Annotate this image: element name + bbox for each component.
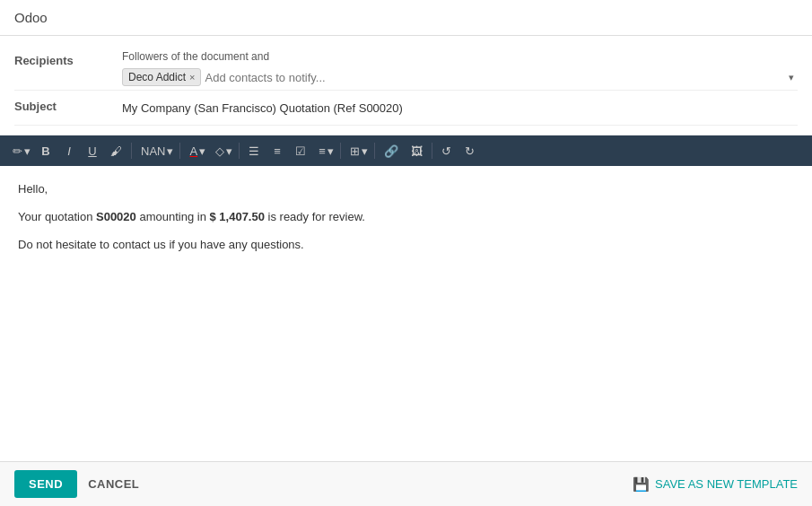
image-icon: 🖼	[411, 144, 423, 158]
link-button[interactable]: 🔗	[379, 139, 404, 162]
editor-body[interactable]: Hello, Your quotation S00020 amounting i…	[0, 166, 812, 435]
underline-icon: U	[88, 144, 96, 158]
table-icon: ⊞	[350, 144, 360, 158]
editor-line-3: Do not hesitate to contact us if you hav…	[18, 236, 794, 255]
italic-icon: I	[67, 144, 71, 158]
highlight-icon: ◇	[215, 144, 224, 158]
recipients-dropdown-icon[interactable]: ▾	[785, 72, 798, 83]
pencil-icon: ✏	[13, 144, 22, 158]
image-button[interactable]: 🖼	[406, 139, 428, 162]
recipients-input-row: Deco Addict × ▾	[122, 68, 798, 86]
ul-icon: ☰	[249, 144, 259, 158]
tag-close-icon[interactable]: ×	[189, 72, 195, 83]
font-color-button[interactable]: A ▾	[184, 139, 208, 162]
font-label: NAN	[141, 144, 165, 158]
undo-icon: ↺	[441, 144, 451, 158]
link-icon: 🔗	[384, 144, 398, 158]
subject-label: Subject	[14, 94, 122, 113]
underline-button[interactable]: U	[82, 139, 103, 162]
toolbar-sep-5	[374, 143, 375, 159]
style-dropdown-arrow: ▾	[24, 144, 31, 158]
save-label: SAVE AS NEW TEMPLATE	[655, 477, 798, 491]
check-icon: ☑	[295, 144, 306, 158]
ol-button[interactable]: ≡	[266, 139, 288, 162]
highlight-button[interactable]: ◇ ▾	[210, 139, 235, 162]
subject-field	[122, 94, 798, 121]
table-arrow: ▾	[362, 144, 368, 158]
undo-button[interactable]: ↺	[436, 139, 458, 162]
align-button[interactable]: ≡ ▾	[313, 139, 336, 162]
recipients-row: Recipients Followers of the document and…	[14, 45, 798, 91]
toolbar-sep-2	[179, 143, 180, 159]
editor-toolbar: ✏ ▾ B I U 🖌 NAN ▾ A ▾ ◇ ▾ ☰ ≡ ☑ ≡ ▾ ⊞ ▾	[0, 135, 812, 166]
font-color-arrow: ▾	[199, 144, 205, 158]
style-dropdown-button[interactable]: ✏ ▾	[7, 139, 33, 162]
redo-button[interactable]: ↻	[459, 139, 481, 162]
table-button[interactable]: ⊞ ▾	[345, 139, 371, 162]
bottom-bar: SEND CANCEL 💾 SAVE AS NEW TEMPLATE	[0, 461, 812, 506]
editor-line2-amount: $ 1,407.50	[209, 210, 264, 223]
font-color-icon: A	[189, 144, 197, 158]
add-contacts-input[interactable]	[201, 69, 785, 86]
editor-line2-bold: S00020	[96, 210, 136, 223]
highlight-arrow: ▾	[226, 144, 232, 158]
form-area: Recipients Followers of the document and…	[0, 36, 812, 135]
recipients-label: Recipients	[14, 48, 122, 67]
cancel-button[interactable]: CANCEL	[88, 477, 139, 491]
toolbar-sep-1	[131, 143, 132, 159]
checklist-button[interactable]: ☑	[290, 139, 311, 162]
editor-line2-post: is ready for review.	[265, 210, 365, 223]
recipient-tag-deco[interactable]: Deco Addict ×	[122, 68, 201, 86]
editor-line-1: Hello,	[18, 180, 794, 199]
editor-line2-pre: Your quotation	[18, 210, 96, 223]
toolbar-sep-6	[432, 143, 432, 159]
brush-button[interactable]: 🖌	[105, 139, 127, 162]
save-as-new-template-button[interactable]: 💾 SAVE AS NEW TEMPLATE	[633, 476, 798, 493]
redo-icon: ↻	[465, 144, 475, 158]
ul-button[interactable]: ☰	[243, 139, 265, 162]
send-button[interactable]: SEND	[14, 470, 77, 498]
subject-row: Subject	[14, 91, 798, 126]
align-arrow: ▾	[327, 144, 334, 158]
editor-line2-mid: amounting in	[136, 210, 210, 223]
save-icon: 💾	[633, 476, 650, 493]
editor-line-2: Your quotation S00020 amounting in $ 1,4…	[18, 208, 794, 227]
toolbar-sep-3	[239, 143, 240, 159]
font-arrow: ▾	[167, 144, 173, 158]
toolbar-sep-4	[340, 143, 341, 159]
tag-label: Deco Addict	[128, 71, 186, 83]
top-bar: Odoo	[0, 0, 812, 36]
ol-icon: ≡	[274, 144, 281, 158]
subject-input[interactable]	[122, 98, 798, 118]
app-title: Odoo	[14, 10, 48, 25]
italic-button[interactable]: I	[58, 139, 80, 162]
recipients-field: Followers of the document and Deco Addic…	[122, 48, 798, 86]
font-dropdown-button[interactable]: NAN ▾	[135, 139, 176, 162]
bold-button[interactable]: B	[35, 139, 57, 162]
bold-icon: B	[41, 144, 49, 158]
recipients-prefix: Followers of the document and	[122, 48, 798, 65]
align-icon: ≡	[319, 144, 326, 158]
brush-icon: 🖌	[110, 144, 122, 158]
